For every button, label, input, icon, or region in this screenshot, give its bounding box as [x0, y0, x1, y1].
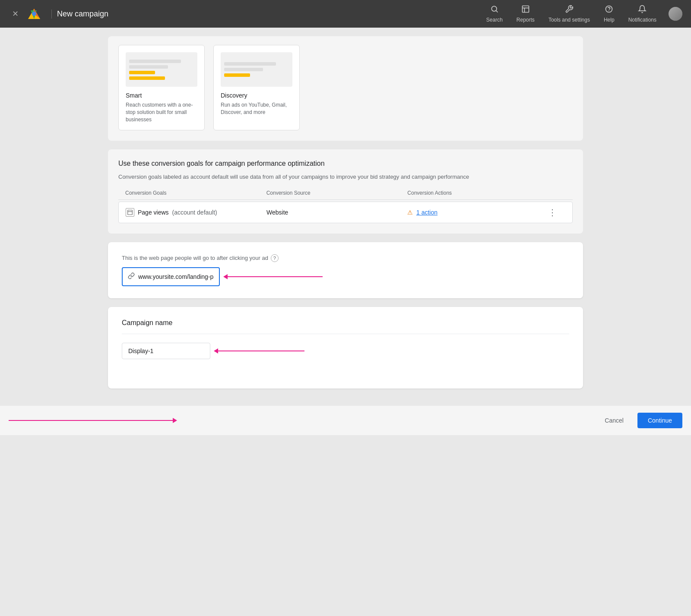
continue-arrow-line: [9, 420, 173, 421]
discovery-card[interactable]: Discovery Run ads on YouTube, Gmail, Dis…: [213, 45, 300, 130]
smart-card-image: [126, 52, 197, 87]
help-circle-icon[interactable]: ?: [271, 254, 279, 262]
col-header-source: Conversion Source: [266, 190, 408, 196]
help-nav-item[interactable]: Help: [599, 2, 620, 25]
disc-card-line-yellow: [224, 73, 250, 77]
footer-bar: Cancel Continue: [0, 406, 691, 435]
name-arrow-annotation: [214, 348, 304, 354]
conversion-actions-cell: ⚠ 1 action: [407, 209, 548, 216]
landing-page-label-text: This is the web page people will go to a…: [122, 255, 268, 261]
svg-line-5: [496, 11, 498, 13]
discovery-card-title: Discovery: [221, 92, 292, 99]
campaign-name-input[interactable]: [128, 347, 204, 354]
reports-icon: [521, 5, 530, 16]
campaign-name-input-wrapper[interactable]: [122, 343, 210, 359]
conversion-table-header: Conversion Goals Conversion Source Conve…: [118, 190, 573, 200]
conversion-table-row: Page views (account default) Website ⚠ 1…: [118, 202, 573, 223]
more-options-button[interactable]: ⋮: [548, 207, 565, 218]
top-navigation: ✕ New campaign Search: [0, 0, 691, 28]
landing-page-label: This is the web page people will go to a…: [122, 254, 569, 262]
help-label: Help: [604, 17, 615, 23]
conversion-section-desc: Conversion goals labeled as account defa…: [118, 173, 573, 181]
disc-card-line-1: [224, 62, 276, 66]
url-input-wrapper[interactable]: [122, 267, 220, 286]
tools-icon: [565, 5, 574, 16]
card-line-yellow: [129, 71, 155, 74]
svg-point-4: [491, 6, 497, 11]
smart-card[interactable]: Smart Reach customers with a one-stop so…: [118, 45, 205, 130]
campaign-type-section: Smart Reach customers with a one-stop so…: [108, 36, 583, 141]
nav-left: ✕ New campaign: [9, 7, 108, 21]
search-icon: [490, 5, 499, 16]
svg-point-3: [32, 12, 36, 16]
notifications-icon: [638, 5, 647, 16]
action-link[interactable]: 1 action: [416, 209, 437, 216]
name-arrow-line: [218, 351, 304, 351]
svg-rect-6: [522, 6, 529, 13]
page-views-label: Page views (account default): [138, 209, 217, 216]
col-header-more: [548, 190, 566, 196]
url-arrow-head: [223, 274, 228, 279]
help-icon: [605, 5, 613, 16]
conversion-section-title: Use these conversion goals for campaign …: [118, 160, 573, 167]
col-header-goals: Conversion Goals: [125, 190, 266, 196]
page-views-icon: [126, 208, 134, 217]
reports-label: Reports: [517, 17, 535, 23]
col-header-actions: Conversion Actions: [407, 190, 548, 196]
continue-arrow-head: [173, 418, 177, 423]
warning-icon: ⚠: [407, 209, 413, 216]
nav-right: Search Reports Tools and settings: [481, 2, 682, 25]
card-line-2: [129, 65, 168, 69]
notifications-nav-item[interactable]: Notifications: [623, 2, 662, 25]
main-content: Smart Reach customers with a one-stop so…: [99, 28, 592, 406]
url-input[interactable]: [138, 273, 214, 280]
campaign-name-section: Campaign name: [108, 307, 583, 389]
smart-card-title: Smart: [126, 92, 197, 99]
page-views-bold: Page views: [138, 209, 169, 216]
conversion-source-cell: Website: [266, 209, 407, 216]
discovery-card-desc: Run ads on YouTube, Gmail, Discover, and…: [221, 101, 292, 116]
avatar-image: [669, 7, 682, 21]
tools-nav-item[interactable]: Tools and settings: [543, 2, 595, 25]
spacer: [122, 359, 569, 376]
google-ads-logo: [27, 7, 41, 21]
campaign-cards-row: Smart Reach customers with a one-stop so…: [118, 45, 573, 130]
card-line-yellow2: [129, 76, 165, 80]
tools-label: Tools and settings: [548, 17, 590, 23]
google-ads-logo-svg: [27, 7, 41, 21]
card-line-1: [129, 60, 181, 63]
search-label: Search: [486, 17, 503, 23]
conversion-goals-section: Use these conversion goals for campaign …: [108, 149, 583, 234]
continue-arrow-annotation: [9, 418, 177, 423]
page-title: New campaign: [51, 9, 108, 19]
url-arrow-annotation: [223, 274, 323, 279]
link-icon: [128, 272, 135, 281]
close-button[interactable]: ✕: [9, 7, 22, 20]
name-arrow-head: [214, 348, 218, 354]
url-arrow-line: [228, 276, 323, 277]
avatar[interactable]: [669, 7, 682, 21]
discovery-card-image: [221, 52, 292, 87]
cancel-button[interactable]: Cancel: [598, 414, 631, 427]
smart-card-desc: Reach customers with a one-stop solution…: [126, 101, 197, 123]
disc-card-line-2: [224, 68, 263, 71]
conversion-goal-cell: Page views (account default): [126, 208, 266, 217]
search-nav-item[interactable]: Search: [481, 2, 508, 25]
svg-rect-11: [128, 210, 133, 215]
notifications-label: Notifications: [628, 17, 656, 23]
reports-nav-item[interactable]: Reports: [511, 2, 540, 25]
page-views-suffix: (account default): [172, 209, 217, 216]
landing-page-section: This is the web page people will go to a…: [108, 242, 583, 298]
continue-button[interactable]: Continue: [637, 413, 682, 428]
campaign-name-title: Campaign name: [122, 319, 569, 334]
